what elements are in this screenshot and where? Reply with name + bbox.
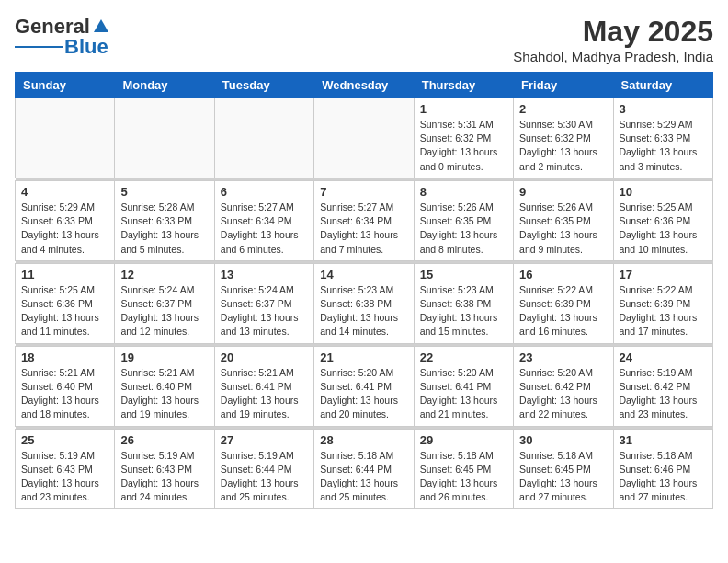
day-info: Sunrise: 5:19 AM Sunset: 6:43 PM Dayligh… [21,449,108,505]
calendar-header-row: SundayMondayTuesdayWednesdayThursdayFrid… [16,73,713,98]
day-info: Sunrise: 5:29 AM Sunset: 6:33 PM Dayligh… [620,118,707,174]
main-title: May 2025 [513,15,713,49]
calendar-cell [314,98,414,178]
logo: General Blue [15,15,110,59]
day-info: Sunrise: 5:23 AM Sunset: 6:38 PM Dayligh… [320,283,407,339]
logo-blue-text: Blue [64,35,108,59]
day-number: 29 [420,433,507,447]
day-info: Sunrise: 5:28 AM Sunset: 6:33 PM Dayligh… [120,201,208,257]
calendar-week-row: 25Sunrise: 5:19 AM Sunset: 6:43 PM Dayli… [16,429,713,509]
day-number: 20 [221,350,308,364]
calendar-cell: 21Sunrise: 5:20 AM Sunset: 6:41 PM Dayli… [314,346,414,426]
day-info: Sunrise: 5:30 AM Sunset: 6:32 PM Dayligh… [519,118,607,174]
calendar-table: SundayMondayTuesdayWednesdayThursdayFrid… [15,72,713,509]
calendar-cell: 12Sunrise: 5:24 AM Sunset: 6:37 PM Dayli… [115,263,214,343]
day-number: 9 [519,185,607,199]
calendar-cell: 1Sunrise: 5:31 AM Sunset: 6:32 PM Daylig… [414,98,513,178]
day-number: 4 [21,185,108,199]
calendar-cell: 10Sunrise: 5:25 AM Sunset: 6:36 PM Dayli… [613,180,712,260]
day-number: 7 [320,185,407,199]
day-info: Sunrise: 5:19 AM Sunset: 6:43 PM Dayligh… [120,449,208,505]
day-info: Sunrise: 5:27 AM Sunset: 6:34 PM Dayligh… [320,201,407,257]
calendar-week-row: 18Sunrise: 5:21 AM Sunset: 6:40 PM Dayli… [16,346,713,426]
calendar-cell: 26Sunrise: 5:19 AM Sunset: 6:43 PM Dayli… [115,429,214,509]
day-info: Sunrise: 5:21 AM Sunset: 6:40 PM Dayligh… [21,366,108,422]
day-number: 3 [620,102,707,116]
calendar-cell: 17Sunrise: 5:22 AM Sunset: 6:39 PM Dayli… [613,263,712,343]
day-info: Sunrise: 5:25 AM Sunset: 6:36 PM Dayligh… [21,283,108,339]
page-header: General Blue May 2025 Shahdol, Madhya Pr… [15,15,713,64]
calendar-cell: 3Sunrise: 5:29 AM Sunset: 6:33 PM Daylig… [613,98,712,178]
day-number: 21 [320,350,407,364]
day-info: Sunrise: 5:22 AM Sunset: 6:39 PM Dayligh… [620,283,707,339]
day-header-tuesday: Tuesday [214,73,313,98]
day-number: 14 [320,268,407,282]
title-block: May 2025 Shahdol, Madhya Pradesh, India [513,15,713,64]
calendar-cell: 2Sunrise: 5:30 AM Sunset: 6:32 PM Daylig… [514,98,613,178]
calendar-week-row: 4Sunrise: 5:29 AM Sunset: 6:33 PM Daylig… [16,180,713,260]
calendar-cell: 24Sunrise: 5:19 AM Sunset: 6:42 PM Dayli… [613,346,712,426]
day-info: Sunrise: 5:20 AM Sunset: 6:41 PM Dayligh… [420,366,507,422]
calendar-cell: 11Sunrise: 5:25 AM Sunset: 6:36 PM Dayli… [16,263,115,343]
day-number: 8 [420,185,507,199]
calendar-cell: 22Sunrise: 5:20 AM Sunset: 6:41 PM Dayli… [414,346,513,426]
calendar-cell: 5Sunrise: 5:28 AM Sunset: 6:33 PM Daylig… [115,180,214,260]
day-info: Sunrise: 5:24 AM Sunset: 6:37 PM Dayligh… [120,283,208,339]
day-number: 18 [21,350,108,364]
calendar-week-row: 11Sunrise: 5:25 AM Sunset: 6:36 PM Dayli… [16,263,713,343]
day-info: Sunrise: 5:20 AM Sunset: 6:42 PM Dayligh… [519,366,607,422]
calendar-cell: 6Sunrise: 5:27 AM Sunset: 6:34 PM Daylig… [214,180,313,260]
day-number: 31 [620,433,707,447]
day-number: 2 [519,102,607,116]
day-info: Sunrise: 5:18 AM Sunset: 6:45 PM Dayligh… [420,449,507,505]
day-number: 12 [120,268,208,282]
day-info: Sunrise: 5:29 AM Sunset: 6:33 PM Dayligh… [21,201,108,257]
day-header-wednesday: Wednesday [314,73,414,98]
calendar-cell [115,98,214,178]
calendar-cell: 20Sunrise: 5:21 AM Sunset: 6:41 PM Dayli… [214,346,313,426]
calendar-cell [16,98,115,178]
calendar-cell: 8Sunrise: 5:26 AM Sunset: 6:35 PM Daylig… [414,180,513,260]
day-info: Sunrise: 5:25 AM Sunset: 6:36 PM Dayligh… [620,201,707,257]
day-number: 15 [420,268,507,282]
day-header-thursday: Thursday [414,73,513,98]
calendar-cell: 30Sunrise: 5:18 AM Sunset: 6:45 PM Dayli… [514,429,613,509]
day-number: 23 [519,350,607,364]
calendar-cell: 29Sunrise: 5:18 AM Sunset: 6:45 PM Dayli… [414,429,513,509]
day-number: 26 [120,433,208,447]
subtitle: Shahdol, Madhya Pradesh, India [513,49,713,64]
calendar-cell: 19Sunrise: 5:21 AM Sunset: 6:40 PM Dayli… [115,346,214,426]
calendar-cell: 13Sunrise: 5:24 AM Sunset: 6:37 PM Dayli… [214,263,313,343]
day-info: Sunrise: 5:31 AM Sunset: 6:32 PM Dayligh… [420,118,507,174]
day-info: Sunrise: 5:18 AM Sunset: 6:44 PM Dayligh… [320,449,407,505]
calendar-cell: 14Sunrise: 5:23 AM Sunset: 6:38 PM Dayli… [314,263,414,343]
calendar-cell: 28Sunrise: 5:18 AM Sunset: 6:44 PM Dayli… [314,429,414,509]
calendar-cell: 16Sunrise: 5:22 AM Sunset: 6:39 PM Dayli… [514,263,613,343]
calendar-cell: 25Sunrise: 5:19 AM Sunset: 6:43 PM Dayli… [16,429,115,509]
day-number: 22 [420,350,507,364]
day-info: Sunrise: 5:24 AM Sunset: 6:37 PM Dayligh… [221,283,308,339]
day-number: 19 [120,350,208,364]
day-header-monday: Monday [115,73,214,98]
day-info: Sunrise: 5:23 AM Sunset: 6:38 PM Dayligh… [420,283,507,339]
day-info: Sunrise: 5:22 AM Sunset: 6:39 PM Dayligh… [519,283,607,339]
calendar-cell: 4Sunrise: 5:29 AM Sunset: 6:33 PM Daylig… [16,180,115,260]
day-info: Sunrise: 5:27 AM Sunset: 6:34 PM Dayligh… [221,201,308,257]
calendar-cell [214,98,313,178]
day-number: 5 [120,185,208,199]
day-header-friday: Friday [514,73,613,98]
day-number: 13 [221,268,308,282]
day-info: Sunrise: 5:19 AM Sunset: 6:42 PM Dayligh… [620,366,707,422]
day-number: 6 [221,185,308,199]
day-number: 24 [620,350,707,364]
logo-icon [92,17,110,36]
calendar-cell: 23Sunrise: 5:20 AM Sunset: 6:42 PM Dayli… [514,346,613,426]
calendar-cell: 7Sunrise: 5:27 AM Sunset: 6:34 PM Daylig… [314,180,414,260]
day-number: 28 [320,433,407,447]
day-info: Sunrise: 5:21 AM Sunset: 6:41 PM Dayligh… [221,366,308,422]
day-number: 30 [519,433,607,447]
day-number: 17 [620,268,707,282]
calendar-week-row: 1Sunrise: 5:31 AM Sunset: 6:32 PM Daylig… [16,98,713,178]
day-info: Sunrise: 5:21 AM Sunset: 6:40 PM Dayligh… [120,366,208,422]
day-number: 27 [221,433,308,447]
